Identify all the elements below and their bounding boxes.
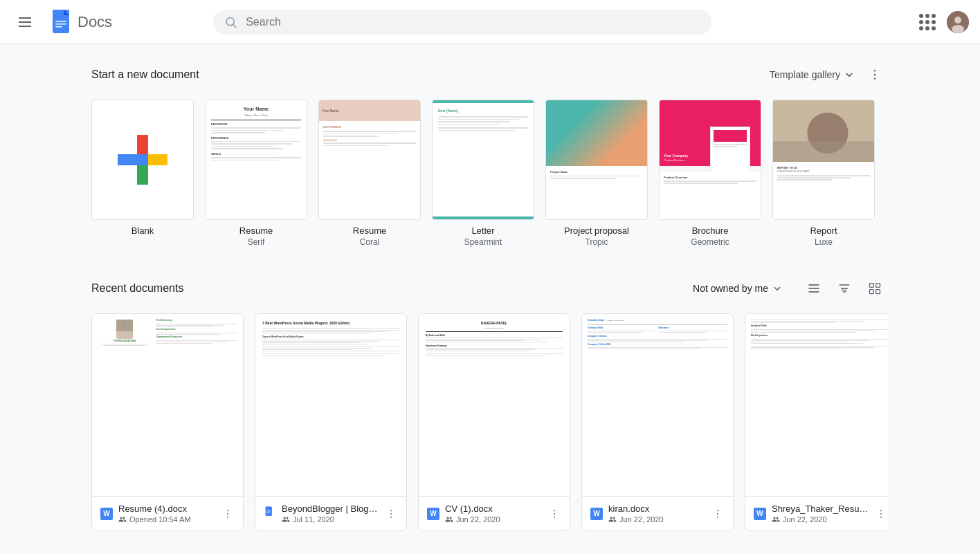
template-project-tropic[interactable]: Project Name Project proposal Tropic bbox=[545, 100, 648, 247]
recent-section-header: Recent documents Not owned by me bbox=[91, 275, 889, 302]
svg-rect-1 bbox=[55, 21, 66, 22]
doc-meta-beyondblogger: Jul 11, 2020 bbox=[282, 515, 379, 524]
more-vert-icon-cv1 bbox=[549, 508, 560, 519]
shared-icon-shreya bbox=[772, 515, 780, 524]
recent-section-title: Recent documents bbox=[91, 282, 183, 295]
grid-view-icon bbox=[868, 281, 882, 295]
svg-rect-19 bbox=[148, 154, 154, 165]
template-name-letter: Letter bbox=[471, 225, 494, 236]
doc-more-button-cv1[interactable] bbox=[547, 507, 561, 521]
more-vert-icon-kiran bbox=[712, 508, 723, 519]
template-report-luxe[interactable]: REPORT TITLE LOREM IPSUM DOLOR SIT AMET … bbox=[772, 100, 875, 247]
doc-type-icon-shreya: W bbox=[754, 508, 766, 520]
doc-meta-kiran: Jun 22, 2020 bbox=[608, 515, 705, 524]
templates-more-button[interactable] bbox=[861, 61, 889, 89]
doc-type-icon-beyondblogger bbox=[264, 506, 276, 521]
doc-info-beyondblogger: BeyondBlogger | Blog 4 | ... Jul 11, 202… bbox=[282, 504, 379, 524]
svg-rect-38 bbox=[266, 513, 269, 513]
recent-controls: Not owned by me AZ bbox=[684, 275, 889, 302]
template-gallery-button[interactable]: Template gallery bbox=[770, 68, 855, 81]
svg-point-46 bbox=[717, 513, 718, 515]
template-letter-spearmint[interactable]: Dear [Name], Letter Spearmint bbox=[432, 100, 534, 247]
template-blank[interactable]: Blank bbox=[91, 100, 194, 247]
doc-card-resume4[interactable]: 👤 PRERNA SRIVASTAVA Profile Summary bbox=[91, 313, 244, 531]
doc-name-shreya: Shreya_Thaker_Resume.d... bbox=[772, 504, 869, 514]
doc-more-button-shreya[interactable] bbox=[874, 507, 888, 521]
svg-point-7 bbox=[954, 17, 961, 24]
shared-icon-kiran bbox=[608, 515, 617, 524]
doc-footer-cv1: W CV (1).docx Jun 22, 2020 bbox=[419, 497, 570, 530]
svg-point-42 bbox=[554, 510, 555, 511]
doc-card-cv1[interactable]: DAXESH PATEL daxeshpatel@email.com My Ro… bbox=[418, 313, 570, 531]
svg-rect-13 bbox=[137, 135, 148, 149]
svg-rect-28 bbox=[870, 284, 874, 288]
svg-rect-20 bbox=[137, 165, 148, 171]
svg-point-8 bbox=[952, 25, 964, 33]
template-resume-serif[interactable]: Your Name Address • Phone • Email EDUCAT… bbox=[205, 100, 307, 247]
doc-more-button-beyondblogger[interactable] bbox=[384, 507, 398, 521]
doc-meta-shreya: Jun 22, 2020 bbox=[772, 515, 869, 524]
svg-point-47 bbox=[717, 516, 718, 517]
svg-point-33 bbox=[227, 513, 228, 515]
doc-type-icon-resume4: W bbox=[100, 508, 113, 520]
template-sub-brochure: Geometric bbox=[691, 237, 729, 247]
svg-point-11 bbox=[874, 78, 876, 80]
docs-grid: 👤 PRERNA SRIVASTAVA Profile Summary bbox=[91, 313, 889, 531]
docs-logo-icon bbox=[47, 8, 75, 36]
doc-info-shreya: Shreya_Thaker_Resume.d... Jun 22, 2020 bbox=[772, 504, 869, 524]
doc-more-button-resume4[interactable] bbox=[221, 507, 235, 521]
doc-name-beyondblogger: BeyondBlogger | Blog 4 | ... bbox=[282, 504, 379, 514]
doc-date-cv1: Jun 22, 2020 bbox=[456, 515, 500, 524]
shared-icon-beyondblogger bbox=[282, 515, 290, 524]
sort-icon: AZ bbox=[837, 281, 851, 295]
hamburger-menu-button[interactable] bbox=[11, 8, 39, 36]
svg-rect-15 bbox=[137, 171, 148, 185]
svg-point-49 bbox=[880, 513, 882, 515]
more-vert-icon-beyondblogger bbox=[385, 508, 397, 519]
shared-icon-cv1 bbox=[445, 515, 453, 524]
expand-icon bbox=[843, 68, 855, 81]
template-sub-resume-serif: Serif bbox=[248, 237, 265, 247]
templates-grid: Blank Your Name Address • Phone • Email … bbox=[91, 100, 889, 247]
template-brochure-geometric[interactable]: Your CompanyProduct Brochure Product Ove… bbox=[659, 100, 761, 247]
doc-info-kiran: kiran.docx Jun 22, 2020 bbox=[608, 504, 705, 524]
svg-line-5 bbox=[233, 24, 236, 27]
user-avatar[interactable] bbox=[947, 11, 969, 33]
templates-section-title: Start a new document bbox=[91, 68, 199, 81]
svg-point-40 bbox=[390, 513, 392, 515]
doc-preview-resume4: 👤 PRERNA SRIVASTAVA Profile Summary bbox=[92, 314, 243, 497]
doc-preview-kiran: Kirandeep Singh • Phone: +447524756 Tech… bbox=[582, 314, 733, 497]
search-bar[interactable] bbox=[213, 10, 711, 35]
ownership-filter-button[interactable]: Not owned by me bbox=[684, 277, 792, 300]
more-vert-icon-resume4 bbox=[222, 508, 233, 519]
svg-rect-25 bbox=[809, 288, 819, 289]
search-icon bbox=[224, 15, 237, 29]
templates-section-header: Start a new document Template gallery bbox=[91, 61, 889, 89]
search-input[interactable] bbox=[246, 16, 700, 28]
filter-dropdown-icon bbox=[771, 282, 783, 295]
sort-button[interactable]: AZ bbox=[831, 275, 858, 302]
doc-card-shreya[interactable]: Analytical Skills Work Experience bbox=[745, 313, 889, 531]
svg-rect-16 bbox=[137, 154, 148, 165]
doc-card-beyondblogger[interactable]: 7 Best WordPress Social Media Plugins: 2… bbox=[255, 313, 407, 531]
template-name-blank: Blank bbox=[131, 225, 154, 236]
view-controls: AZ bbox=[800, 275, 889, 302]
apps-grid-icon bbox=[919, 14, 936, 30]
doc-more-button-kiran[interactable] bbox=[711, 507, 725, 521]
grid-view-button[interactable] bbox=[861, 275, 889, 302]
svg-rect-36 bbox=[266, 510, 271, 511]
doc-date-shreya: Jun 22, 2020 bbox=[783, 515, 827, 524]
template-sub-project: Tropic bbox=[586, 237, 608, 247]
doc-type-icon-cv1: W bbox=[427, 508, 439, 520]
doc-card-kiran[interactable]: Kirandeep Singh • Phone: +447524756 Tech… bbox=[581, 313, 734, 531]
shared-icon-resume4 bbox=[118, 515, 127, 524]
list-view-button[interactable] bbox=[800, 275, 828, 302]
ownership-filter-label: Not owned by me bbox=[693, 283, 768, 294]
doc-meta-resume4: Opened 10:54 AM bbox=[118, 515, 215, 524]
svg-rect-3 bbox=[55, 26, 62, 28]
google-apps-button[interactable] bbox=[914, 8, 941, 36]
template-name-project: Project proposal bbox=[564, 225, 629, 236]
doc-name-resume4: Resume (4).docx bbox=[118, 504, 215, 514]
template-resume-coral[interactable]: Your Name EXPERIENCE Resume Coral bbox=[318, 100, 421, 247]
svg-point-9 bbox=[874, 70, 876, 72]
